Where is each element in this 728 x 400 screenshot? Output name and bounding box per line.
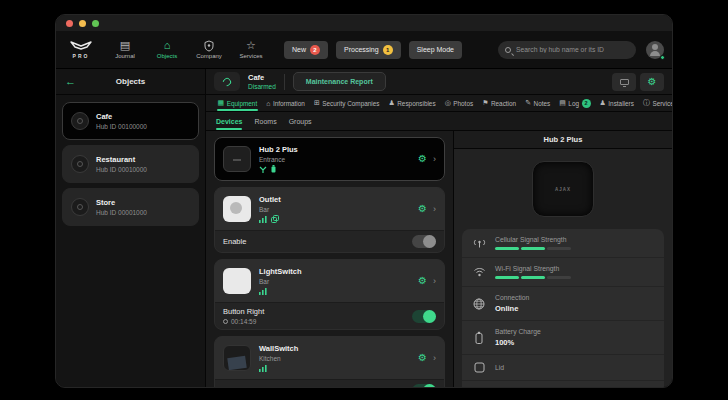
info-row-wifi: Wi-Fi Signal Strength — [462, 258, 664, 287]
device-card-lightswitch: LightSwitch Bar ⚙ › — [214, 259, 445, 330]
gear-icon[interactable]: ⚙ — [418, 204, 427, 214]
ajax-logo: PRO — [64, 41, 98, 59]
info-row-connection: Connection Online — [462, 287, 664, 321]
tab-security-companies[interactable]: ⊞Security Companies — [310, 95, 383, 111]
battery-icon — [472, 331, 486, 344]
lid-icon — [472, 362, 486, 373]
device-control-row: Enable — [215, 230, 444, 252]
sidebar-header: ← Objects — [56, 69, 205, 95]
detail-title: Hub 2 Plus — [454, 131, 672, 149]
home-icon: ⌂ — [164, 40, 171, 52]
gear-icon[interactable]: ⚙ — [418, 276, 427, 286]
battery-icon — [271, 165, 276, 173]
zoom-window-button[interactable] — [92, 20, 99, 27]
gear-icon: ⚙ — [648, 77, 657, 87]
tab-log[interactable]: ▤Log2 — [556, 95, 594, 111]
device-row[interactable]: LightSwitch Bar ⚙ › — [215, 260, 444, 302]
person-icon: ♟ — [388, 99, 394, 107]
tab-information[interactable]: ⌂Information — [263, 95, 309, 111]
subtab-devices[interactable]: Devices — [216, 112, 242, 130]
back-arrow-icon[interactable]: ← — [65, 76, 76, 87]
monitor-icon — [620, 79, 629, 85]
device-row[interactable]: Hub 2 Plus Entrance ⚙ › — [215, 138, 444, 180]
wallswitch-device-image — [223, 345, 251, 371]
cellular-antenna-icon — [472, 238, 486, 248]
gear-icon[interactable]: ⚙ — [418, 353, 427, 363]
divider — [284, 74, 285, 90]
info-row-battery: Battery Charge 100% — [462, 321, 664, 355]
equipment-subtabs: Devices Rooms Groups — [206, 112, 672, 131]
chevron-right-icon[interactable]: › — [433, 155, 436, 164]
user-avatar[interactable] — [646, 41, 664, 59]
tab-responsibles[interactable]: ♟Responsibles — [385, 95, 439, 111]
device-card-outlet: Outlet Bar ⚙ › — [214, 187, 445, 253]
new-count-badge: 2 — [310, 45, 320, 55]
desktop-connect-button[interactable] — [612, 73, 636, 91]
tab-notes[interactable]: ✎Notes — [522, 95, 554, 111]
enable-toggle[interactable] — [412, 235, 436, 248]
sleep-mode-button[interactable]: Sleep Mode — [409, 41, 462, 59]
tab-photos[interactable]: ◎Photos — [441, 95, 477, 111]
new-requests-button[interactable]: New 2 — [284, 41, 328, 59]
signal-bars-icon — [259, 216, 267, 223]
detail-device-image: AJAX — [454, 149, 672, 229]
globe-icon — [472, 298, 486, 310]
chevron-right-icon[interactable]: › — [433, 354, 436, 363]
log-icon: ▤ — [559, 99, 566, 107]
outlet-device-image — [223, 196, 251, 222]
object-item-restaurant[interactable]: Restaurant Hub ID 00010000 — [62, 145, 199, 183]
device-info-card: Cellular Signal Strength Wi — [462, 229, 664, 387]
grid-icon: ⊞ — [314, 99, 320, 107]
nav-objects[interactable]: ⌂ Objects — [148, 40, 186, 59]
nav-services[interactable]: ☆ Services — [232, 40, 270, 59]
device-row[interactable]: Outlet Bar ⚙ › — [215, 188, 444, 230]
object-item-store[interactable]: Store Hub ID 00001000 — [62, 188, 199, 226]
hub-settings-button[interactable]: ⚙ — [640, 73, 664, 91]
hub-device-image — [223, 146, 251, 172]
device-row[interactable]: WallSwitch Kitchen ⚙ › — [215, 337, 444, 379]
tab-services[interactable]: ⓘServices — [639, 95, 672, 111]
minimize-window-button[interactable] — [79, 20, 86, 27]
top-app-bar: PRO ▤ Journal ⌂ Objects Company ☆ Servic… — [56, 31, 672, 69]
objects-list: Cafe Hub ID 00100000 Restaurant Hub ID 0… — [56, 95, 205, 233]
app-window: PRO ▤ Journal ⌂ Objects Company ☆ Servic… — [55, 14, 673, 388]
window-titlebar — [56, 15, 672, 31]
chevron-right-icon[interactable]: › — [433, 277, 436, 286]
tab-installers[interactable]: ♟Installers — [596, 95, 637, 111]
jamming-icon — [259, 166, 267, 173]
processing-count-badge: 1 — [383, 45, 393, 55]
hub-search — [498, 41, 636, 59]
device-list: Hub 2 Plus Entrance ⚙ › — [206, 131, 453, 387]
chevron-right-icon[interactable]: › — [433, 205, 436, 214]
close-window-button[interactable] — [66, 20, 73, 27]
sidebar-title: Objects — [116, 77, 145, 86]
info-row-lid: Lid — [462, 355, 664, 381]
lightswitch-device-image — [223, 268, 251, 294]
nav-journal[interactable]: ▤ Journal — [106, 40, 144, 59]
flag-icon: ⚑ — [482, 99, 488, 107]
device-card-wallswitch: WallSwitch Kitchen ⚙ › — [214, 336, 445, 387]
processing-button[interactable]: Processing 1 — [336, 41, 401, 59]
device-card-hub-2-plus: Hub 2 Plus Entrance ⚙ › — [214, 137, 445, 181]
sync-button[interactable] — [214, 72, 240, 91]
gear-icon[interactable]: ⚙ — [418, 154, 427, 164]
hub-object-icon — [71, 155, 89, 173]
subtab-rooms[interactable]: Rooms — [254, 112, 276, 130]
hub-tabs: ▦Equipment ⌂Information ⊞Security Compan… — [206, 95, 672, 112]
home-icon: ⌂ — [266, 100, 270, 107]
nav-company[interactable]: Company — [190, 40, 228, 59]
disable-toggle[interactable] — [412, 384, 436, 387]
maintenance-report-button[interactable]: Maintenance Report — [293, 72, 386, 91]
selected-hub-name: Cafe — [248, 73, 276, 82]
button-right-toggle[interactable] — [412, 310, 436, 323]
info-circle-icon: ⓘ — [643, 98, 650, 108]
main-content: Cafe Disarmed Maintenance Report ⚙ ▦Equi… — [206, 69, 672, 387]
subtab-groups[interactable]: Groups — [289, 112, 312, 130]
person-icon: ♟ — [600, 99, 606, 107]
hub-header: Cafe Disarmed Maintenance Report ⚙ — [206, 69, 672, 95]
tab-reaction[interactable]: ⚑Reaction — [479, 95, 520, 111]
tab-equipment[interactable]: ▦Equipment — [214, 95, 261, 111]
search-input[interactable] — [516, 46, 629, 53]
online-status-dot — [660, 55, 665, 60]
object-item-cafe[interactable]: Cafe Hub ID 00100000 — [62, 102, 199, 140]
